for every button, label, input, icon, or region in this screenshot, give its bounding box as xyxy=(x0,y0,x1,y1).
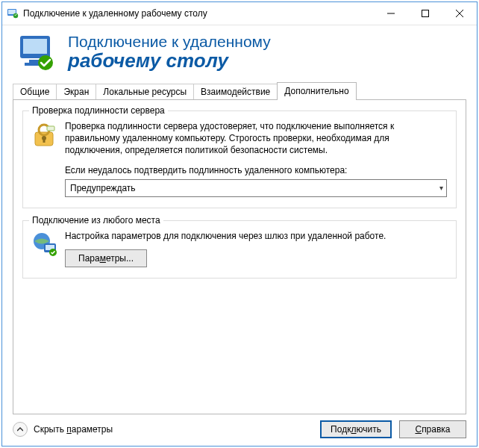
auth-failure-dropdown[interactable]: Предупреждать ▾ xyxy=(65,179,447,197)
tab-display[interactable]: Экран xyxy=(56,84,96,100)
window-controls xyxy=(374,2,477,25)
footer: Скрыть параметры Подключить Справка xyxy=(2,414,477,446)
tab-row: Общие Экран Локальные ресурсы Взаимодейс… xyxy=(13,82,466,100)
hide-options-toggle[interactable]: Скрыть параметры xyxy=(13,422,113,437)
globe-monitor-icon xyxy=(32,231,59,267)
svg-rect-8 xyxy=(23,39,47,54)
rdp-dialog: Подключение к удаленному рабочему столу xyxy=(1,1,478,447)
lock-icon xyxy=(32,122,59,197)
tab-label: Дополнительно xyxy=(284,86,348,96)
group-legend: Проверка подлинности сервера xyxy=(29,105,168,116)
chevron-up-icon xyxy=(13,422,28,437)
server-auth-text-1: Проверка подлинности сервера удостоверяе… xyxy=(65,120,447,157)
minimize-button[interactable] xyxy=(374,2,408,25)
group-server-auth: Проверка подлинности сервера Проверка по… xyxy=(22,111,457,208)
maximize-button[interactable] xyxy=(408,2,442,25)
button-label: Подключить xyxy=(331,424,381,435)
gateway-settings-button[interactable]: Параметры... xyxy=(65,249,147,267)
header: Подключение к удаленному рабочему столу xyxy=(2,25,477,82)
titlebar: Подключение к удаленному рабочему столу xyxy=(2,2,477,25)
dropdown-value: Предупреждать xyxy=(70,182,136,194)
help-button[interactable]: Справка xyxy=(399,420,466,438)
svg-rect-4 xyxy=(422,10,429,17)
header-line1: Подключение к удаленному xyxy=(68,33,271,51)
svg-rect-16 xyxy=(47,126,54,131)
window-title: Подключение к удаленному рабочему столу xyxy=(23,8,374,19)
group-connect-anywhere: Подключение из любого места На xyxy=(22,220,457,279)
button-label: Параметры... xyxy=(78,252,134,264)
button-label: Справка xyxy=(415,424,450,435)
anywhere-text: Настройка параметров для подключения чер… xyxy=(65,230,447,242)
svg-rect-15 xyxy=(43,139,46,143)
header-line2: рабочему столу xyxy=(68,51,271,71)
server-auth-text-2: Если неудалось подтвердить подлинность у… xyxy=(65,164,447,176)
chevron-down-icon: ▾ xyxy=(439,183,443,193)
tab-advanced[interactable]: Дополнительно xyxy=(277,82,356,100)
rdp-app-icon xyxy=(7,7,19,19)
tab-label: Взаимодействие xyxy=(201,87,270,97)
close-button[interactable] xyxy=(442,2,477,25)
tab-panel-advanced: Проверка подлинности сервера Проверка по… xyxy=(13,99,466,414)
header-title: Подключение к удаленному рабочему столу xyxy=(68,33,271,71)
tabs-area: Общие Экран Локальные ресурсы Взаимодейс… xyxy=(2,82,477,414)
tab-local-resources[interactable]: Локальные ресурсы xyxy=(96,84,194,100)
svg-rect-1 xyxy=(8,10,16,14)
tab-experience[interactable]: Взаимодействие xyxy=(193,84,278,100)
tab-label: Локальные ресурсы xyxy=(103,87,187,97)
hide-options-label: Скрыть параметры xyxy=(34,424,113,435)
tab-general[interactable]: Общие xyxy=(13,84,57,100)
group-legend: Подключение из любого места xyxy=(29,215,163,225)
tab-label: Общие xyxy=(20,87,49,97)
tab-label: Экран xyxy=(63,87,89,97)
connect-button[interactable]: Подключить xyxy=(320,420,392,438)
rdp-hero-icon xyxy=(16,33,57,72)
